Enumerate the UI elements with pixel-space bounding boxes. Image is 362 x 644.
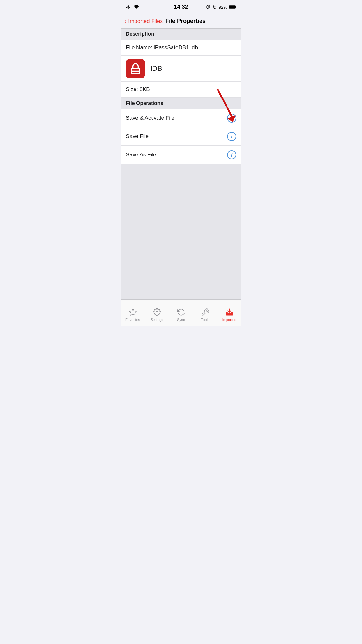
file-name-value: File Name: iPassSafeDB1.idb bbox=[126, 44, 198, 51]
tab-imported[interactable]: Imported bbox=[217, 300, 241, 323]
save-file-label: Save File bbox=[126, 133, 227, 140]
svg-rect-4 bbox=[236, 6, 236, 8]
svg-rect-7 bbox=[132, 69, 139, 70]
imported-icon bbox=[225, 308, 234, 317]
back-button[interactable]: ‹ Imported Files bbox=[125, 18, 163, 25]
operations-container: Save & Activate File i Save File i Save … bbox=[121, 109, 241, 164]
lock-svg-icon bbox=[129, 62, 142, 75]
svg-point-0 bbox=[136, 8, 137, 9]
info-icon-3: i bbox=[231, 152, 232, 158]
file-type-value: IDB bbox=[150, 64, 162, 73]
favorites-icon bbox=[128, 308, 137, 317]
save-activate-info-button[interactable]: i bbox=[227, 114, 236, 123]
status-right: 92% bbox=[206, 5, 236, 10]
wifi-icon bbox=[134, 5, 139, 9]
file-icon-cell: IDB bbox=[121, 56, 241, 82]
sync-label: Sync bbox=[177, 318, 185, 322]
favorites-label: Favorites bbox=[125, 318, 140, 322]
size-cell: Size: 8KB bbox=[121, 82, 241, 98]
info-icon-2: i bbox=[231, 134, 232, 139]
tab-favorites[interactable]: Favorites bbox=[121, 300, 145, 323]
section-header-file-operations: File Operations bbox=[121, 98, 241, 109]
save-as-file-info-button[interactable]: i bbox=[227, 150, 236, 159]
save-activate-label: Save & Activate File bbox=[126, 115, 227, 121]
status-time: 14:32 bbox=[174, 4, 188, 10]
chevron-left-icon: ‹ bbox=[125, 18, 127, 25]
tools-label: Tools bbox=[201, 318, 209, 322]
status-bar: 14:32 92% bbox=[121, 0, 241, 14]
save-file-row[interactable]: Save File i bbox=[121, 127, 241, 146]
main-content: Description File Name: iPassSafeDB1.idb bbox=[121, 28, 241, 299]
sync-icon bbox=[177, 308, 186, 317]
status-left bbox=[126, 5, 139, 10]
battery-percent: 92% bbox=[219, 5, 227, 10]
tools-icon bbox=[201, 308, 210, 317]
save-activate-file-row[interactable]: Save & Activate File i bbox=[121, 109, 241, 127]
alarm-icon bbox=[212, 5, 217, 9]
svg-point-13 bbox=[156, 311, 158, 313]
tab-sync[interactable]: Sync bbox=[169, 300, 193, 323]
imported-label: Imported bbox=[222, 318, 236, 322]
file-size-value: Size: 8KB bbox=[126, 86, 150, 92]
battery-icon bbox=[229, 5, 236, 9]
page-title: File Properties bbox=[165, 18, 206, 24]
svg-rect-9 bbox=[132, 72, 139, 73]
tab-bar: Favorites Settings Sync bbox=[121, 299, 241, 326]
tab-tools[interactable]: Tools bbox=[193, 300, 217, 323]
svg-marker-12 bbox=[129, 309, 136, 315]
airplane-icon bbox=[126, 5, 131, 10]
section-header-description: Description bbox=[121, 28, 241, 40]
app-container: 14:32 92% ‹ I bbox=[121, 0, 241, 326]
settings-label: Settings bbox=[151, 318, 163, 322]
back-label: Imported Files bbox=[128, 18, 163, 24]
save-file-info-button[interactable]: i bbox=[227, 132, 236, 141]
svg-rect-5 bbox=[229, 6, 235, 8]
lock-rotation-icon bbox=[206, 5, 210, 9]
save-as-file-label: Save As File bbox=[126, 152, 227, 158]
tab-settings[interactable]: Settings bbox=[145, 300, 169, 323]
filename-cell: File Name: iPassSafeDB1.idb bbox=[121, 40, 241, 56]
nav-bar: ‹ Imported Files File Properties bbox=[121, 14, 241, 28]
info-icon: i bbox=[231, 116, 232, 121]
app-icon bbox=[126, 59, 145, 78]
empty-content-area bbox=[121, 164, 241, 299]
svg-rect-8 bbox=[132, 70, 139, 71]
save-as-file-row[interactable]: Save As File i bbox=[121, 146, 241, 164]
settings-icon bbox=[153, 308, 162, 317]
